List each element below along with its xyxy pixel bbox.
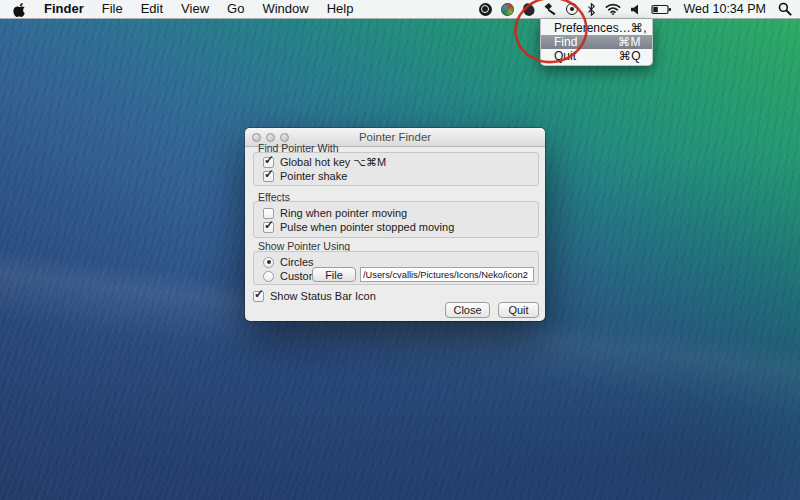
zoom-window-button[interactable]: [280, 133, 289, 142]
checkbox-label: Ring when pointer moving: [280, 207, 407, 219]
status-item-menu: Preferences… ⌘, Find ⌘M Quit ⌘Q: [540, 19, 653, 66]
checkbox-row-global-hot-key[interactable]: ✓ Global hot key ⌥⌘M: [263, 156, 386, 169]
spotlight-search-icon[interactable]: [778, 2, 792, 16]
menu-bar-clock[interactable]: Wed 10:34 PM: [681, 2, 769, 16]
menu-bar: Finder File Edit View Go Window Help: [0, 0, 800, 19]
menu-item-preferences[interactable]: Preferences… ⌘,: [541, 21, 652, 35]
pointer-finder-window: Pointer Finder Find Pointer With ✓ Globa…: [245, 128, 545, 321]
menu-view[interactable]: View: [172, 0, 218, 18]
record-target-icon[interactable]: [566, 3, 578, 15]
menu-bar-status-area: Wed 10:34 PM: [479, 0, 800, 18]
bluetooth-icon[interactable]: [587, 3, 596, 16]
menu-edit[interactable]: Edit: [132, 0, 172, 18]
checkmark-icon: ✓: [264, 218, 274, 232]
file-button[interactable]: File: [312, 267, 356, 282]
menu-item-find[interactable]: Find ⌘M: [541, 35, 652, 49]
menu-finder[interactable]: Finder: [35, 0, 93, 18]
minimize-window-button[interactable]: [266, 133, 275, 142]
desktop: Finder File Edit View Go Window Help: [0, 0, 800, 500]
menu-item-label: Preferences…: [554, 21, 631, 35]
checkbox-label: Pulse when pointer stopped moving: [280, 221, 454, 233]
menu-item-shortcut: ⌘M: [618, 35, 641, 49]
radio-label: Circles: [280, 256, 314, 268]
checkbox[interactable]: ✓: [263, 222, 274, 233]
apple-logo-icon: [13, 2, 26, 17]
apple-menu[interactable]: [0, 0, 35, 18]
close-button[interactable]: Close: [445, 302, 490, 318]
menu-item-label: Quit: [554, 49, 576, 63]
menu-item-quit[interactable]: Quit ⌘Q: [541, 49, 652, 63]
checkbox-label: Pointer shake: [280, 170, 347, 182]
menu-file[interactable]: File: [93, 0, 132, 18]
menu-item-shortcut: ⌘Q: [619, 49, 641, 63]
battery-icon[interactable]: [651, 4, 672, 15]
checkmark-icon: ✓: [264, 167, 274, 181]
traffic-lights: [252, 133, 289, 142]
checkbox[interactable]: ✓: [253, 291, 264, 302]
dark-app-status-icon[interactable]: [520, 1, 536, 18]
checkbox-label: Global hot key ⌥⌘M: [280, 156, 386, 169]
flashlight-icon[interactable]: [543, 2, 557, 16]
close-window-button[interactable]: [252, 133, 261, 142]
checkbox-row-pointer-shake[interactable]: ✓ Pointer shake: [263, 170, 347, 182]
checkmark-icon: ✓: [264, 153, 274, 167]
radio-button[interactable]: [263, 271, 274, 282]
checkbox[interactable]: ✓: [263, 171, 274, 182]
pointer-finder-status-icon[interactable]: [479, 3, 492, 16]
radio-button[interactable]: [263, 257, 274, 268]
menu-window[interactable]: Window: [253, 0, 317, 18]
checkbox-row-ring-when-moving[interactable]: ✓ Ring when pointer moving: [263, 207, 407, 219]
checkbox-label: Show Status Bar Icon: [270, 290, 376, 302]
menu-go[interactable]: Go: [218, 0, 253, 18]
colored-app-status-icon[interactable]: [501, 3, 514, 16]
menu-help[interactable]: Help: [318, 0, 363, 18]
checkbox-row-show-status-bar-icon[interactable]: ✓ Show Status Bar Icon: [253, 290, 376, 302]
quit-button[interactable]: Quit: [498, 302, 539, 318]
volume-icon[interactable]: [630, 4, 642, 15]
checkmark-icon: ✓: [254, 287, 264, 301]
checkbox-row-pulse-when-stopped[interactable]: ✓ Pulse when pointer stopped moving: [263, 221, 454, 233]
radio-row-circles[interactable]: Circles: [263, 256, 314, 268]
wifi-icon[interactable]: [605, 3, 621, 15]
radio-row-custom[interactable]: Custom: [263, 270, 318, 282]
menu-item-label: Find: [554, 35, 577, 49]
custom-icon-path-field[interactable]: [360, 267, 534, 282]
menu-bar-left: Finder File Edit View Go Window Help: [0, 0, 362, 18]
radio-dot-icon: [267, 260, 271, 264]
menu-item-shortcut: ⌘,: [631, 21, 647, 35]
